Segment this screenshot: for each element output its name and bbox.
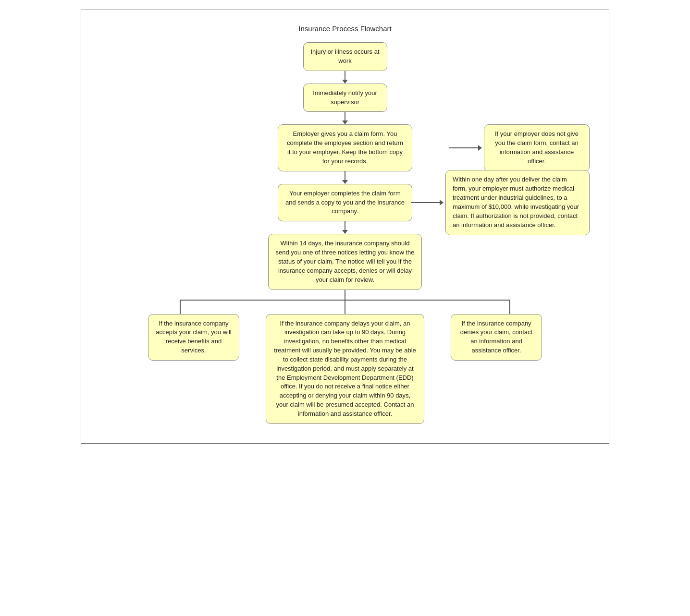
arrow-3 bbox=[342, 180, 348, 184]
bottom-branch bbox=[148, 290, 542, 314]
step4-side-node: Within one day after you deliver the cla… bbox=[445, 170, 590, 235]
center-v-drop bbox=[345, 300, 345, 314]
step3-side-node: If your employer does not give you the c… bbox=[484, 124, 590, 171]
connector-1 bbox=[345, 71, 345, 80]
step5-node: Within 14 days, the insurance company sh… bbox=[268, 234, 422, 290]
bottom-center-col: If the insurance company delays your cla… bbox=[266, 314, 424, 424]
flowchart: Injury or illness occurs at work Immedia… bbox=[91, 42, 599, 424]
bottom-row: If the insurance company accepts your cl… bbox=[148, 314, 542, 424]
connector-3 bbox=[345, 171, 345, 180]
arrow-2 bbox=[342, 121, 348, 124]
step4-arrow-right bbox=[440, 200, 444, 205]
arrow-1 bbox=[342, 80, 348, 84]
connector-2 bbox=[345, 112, 345, 121]
step3-main-col: Employer gives you a claim form. You com… bbox=[278, 124, 412, 171]
step4-row: Your employer completes the claim form a… bbox=[91, 184, 599, 222]
page-title: Insurance Process Flowchart bbox=[91, 24, 599, 33]
page-wrapper: Insurance Process Flowchart Injury or il… bbox=[81, 10, 609, 444]
step4-main-col: Your employer completes the claim form a… bbox=[278, 184, 412, 222]
bottom-left-node: If the insurance company accepts your cl… bbox=[148, 314, 239, 361]
step3-row: Employer gives you a claim form. You com… bbox=[91, 124, 599, 171]
step4-h-line bbox=[411, 202, 440, 203]
step3-main-node: Employer gives you a claim form. You com… bbox=[278, 124, 412, 171]
step3-side-container: If your employer does not give you the c… bbox=[449, 124, 590, 171]
bottom-right-node: If the insurance company denies your cla… bbox=[451, 314, 542, 361]
connector-4 bbox=[345, 221, 345, 230]
bottom-left-col: If the insurance company accepts your cl… bbox=[148, 314, 239, 361]
arrow-4 bbox=[342, 230, 348, 234]
step2-node: Immediately notify your supervisor bbox=[303, 84, 387, 112]
bottom-right-col: If the insurance company denies your cla… bbox=[451, 314, 542, 361]
center-v-line bbox=[345, 290, 345, 300]
step1-node: Injury or illness occurs at work bbox=[303, 42, 387, 71]
step3-h-arrow bbox=[449, 145, 482, 151]
step3-arrow-right bbox=[478, 145, 482, 151]
bottom-center-node: If the insurance company delays your cla… bbox=[266, 314, 424, 424]
step4-main-node: Your employer completes the claim form a… bbox=[278, 184, 412, 222]
left-v-drop bbox=[180, 300, 181, 314]
step4-h-arrow bbox=[411, 200, 444, 205]
right-v-drop bbox=[509, 300, 510, 314]
step3-h-line bbox=[449, 147, 478, 148]
step4-side-container: Within one day after you deliver the cla… bbox=[411, 170, 590, 235]
